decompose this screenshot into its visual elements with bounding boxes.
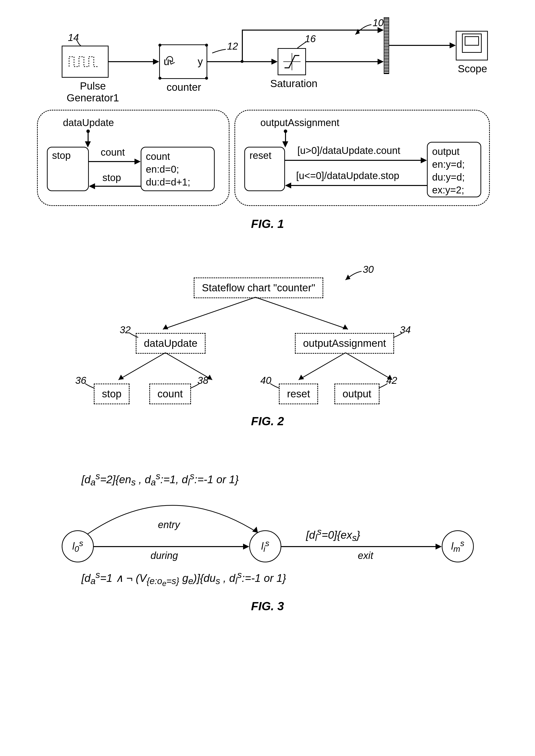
fig1-caption: FIG. 1	[251, 217, 284, 230]
branch-head	[378, 27, 384, 33]
outputassignment-children-arrows	[289, 351, 402, 384]
guard1-label: [u>0]/dataUpdate.count	[297, 145, 400, 156]
branch-dot	[240, 60, 243, 63]
dataUpdate-label: dataUpdate	[63, 117, 114, 128]
outputassignment-node-label: outputAssignment	[303, 338, 386, 349]
count-line3: du:d=d+1;	[146, 176, 210, 188]
arrow-counter-sat-head	[271, 59, 278, 65]
pulse-generator-block	[62, 46, 109, 78]
ref-10-arrow	[351, 23, 373, 38]
svg-marker-3	[346, 275, 351, 280]
arrow-pg-counter-head	[153, 59, 159, 65]
counter-y: y	[198, 56, 203, 68]
svg-line-8	[119, 353, 165, 380]
ref-30: 30	[363, 264, 374, 275]
svg-line-6	[255, 297, 348, 329]
figure-2: 30 Stateflow chart "counter" 32 dataUpda…	[12, 264, 523, 442]
dataupdate-node: dataUpdate	[136, 333, 206, 354]
reset-node: reset	[279, 384, 318, 404]
output-line3: du:y=d;	[432, 171, 476, 183]
outputassignment-node: outputAssignment	[295, 333, 394, 354]
outputAssignment-label: outputAssignment	[260, 117, 339, 128]
fig2-caption: FIG. 2	[251, 414, 284, 428]
during-label: during	[151, 550, 178, 561]
li-label: lis	[261, 539, 269, 554]
count-node: count	[149, 384, 191, 404]
figure-3: [das=2]{ens , das:=1, dls:=-1 or 1} l0s …	[12, 466, 523, 627]
lm-label: lms	[451, 539, 464, 554]
saturation-label: Saturation	[270, 78, 317, 90]
svg-line-14	[346, 353, 392, 380]
arrow-mux-scope	[389, 45, 450, 46]
stop-state-label: stop	[52, 150, 71, 161]
reset-state-label: reset	[249, 150, 271, 161]
guard2-label: [u<=0]/dataUpdate.stop	[296, 170, 399, 181]
formula-top: [das=2]{ens , das:=1, dls:=-1 or 1}	[81, 471, 239, 488]
ref-30-arrow	[342, 270, 363, 284]
dataupdate-node-label: dataUpdate	[144, 338, 197, 349]
figure-1: 10 14 Pulse Generator1 u y 12 counter	[12, 12, 523, 234]
count-line1: count	[146, 150, 210, 163]
formula-exit: [dls=0]{exs}	[306, 526, 360, 543]
pulse-generator-label: Pulse Generator1	[67, 80, 119, 104]
svg-line-4	[163, 297, 255, 329]
output-line4: ex:y=2;	[432, 183, 476, 196]
counter-icon	[164, 53, 176, 66]
mux-block	[384, 17, 389, 74]
count-trans-label: count	[101, 147, 125, 158]
svg-marker-5	[163, 324, 168, 329]
scope-block	[456, 31, 488, 61]
count-line2: en:d=0;	[146, 163, 210, 176]
formula-bot: [das=1 ∧ ¬ (V{e:oe=s} ge)]{dus , dls:=-1…	[81, 570, 286, 588]
counter-label: counter	[167, 81, 201, 93]
ref-10: 10	[373, 17, 384, 28]
exit-arrow-head	[436, 544, 442, 550]
output-line2: en:y=d;	[432, 158, 476, 171]
lm-node: lms	[442, 530, 474, 562]
svg-line-12	[298, 353, 346, 380]
entry-arrow	[86, 495, 264, 539]
root-node-label: Stateflow chart "counter"	[202, 282, 315, 293]
counter-block: u y	[159, 44, 207, 79]
during-arrow-line	[94, 546, 243, 547]
root-node: Stateflow chart "counter"	[194, 278, 323, 298]
scope-label: Scope	[458, 63, 487, 75]
stop-node-label: stop	[102, 388, 122, 400]
arrow-sat-mux	[306, 61, 378, 62]
count-state: count en:d=0; du:d=d+1;	[141, 147, 215, 191]
branch-v	[242, 30, 243, 62]
branch-h	[242, 30, 378, 31]
root-children-arrows	[151, 296, 360, 333]
count-node-label: count	[157, 388, 183, 400]
reset-node-label: reset	[287, 388, 310, 400]
exit-arrow-line	[281, 546, 436, 547]
stop-trans-label: stop	[102, 172, 121, 183]
saturation-icon	[281, 51, 303, 73]
scope-icon	[462, 34, 482, 53]
fig3-caption: FIG. 3	[251, 599, 284, 613]
reset-state: reset	[244, 147, 285, 191]
entry-label: entry	[158, 519, 180, 530]
svg-marker-7	[343, 324, 348, 329]
output-node: output	[334, 384, 380, 404]
output-node-label: output	[343, 388, 371, 400]
arrow-mux-scope-head	[450, 42, 456, 48]
stop-state: stop	[47, 147, 89, 191]
during-arrow-head	[243, 544, 249, 550]
pulse-wave	[67, 52, 104, 71]
l0-label: l0s	[72, 539, 83, 554]
stop-node: stop	[94, 384, 129, 404]
exit-label: exit	[358, 550, 373, 561]
saturation-block	[278, 48, 306, 75]
output-state: output en:y=d; du:y=d; ex:y=2;	[427, 142, 481, 197]
arrow-counter-sat	[207, 61, 271, 62]
ref-12: 12	[227, 41, 238, 52]
arrow-pg-counter	[109, 61, 153, 62]
arrow-sat-mux-head	[378, 59, 384, 65]
ref-12-arrow	[210, 48, 227, 56]
output-line1: output	[432, 145, 476, 158]
